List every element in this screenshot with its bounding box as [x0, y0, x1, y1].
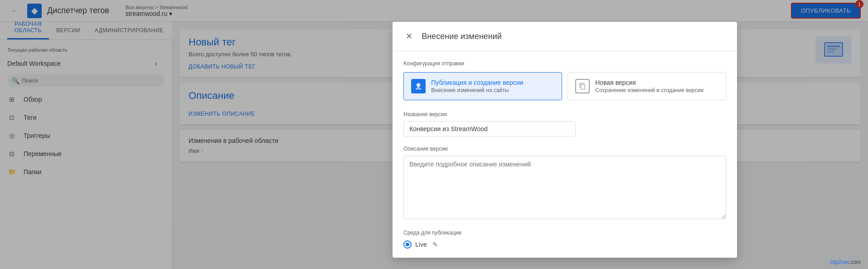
env-value: Live [415, 241, 427, 248]
version-name-label: Название версии [403, 111, 726, 117]
publish-option-sublabel: Внесение изменений на сайты [431, 87, 523, 93]
version-option-icon [575, 79, 590, 93]
version-desc-group: Описание версии [403, 146, 726, 220]
modal-body: Конфигурация отправки Публикация и созда… [393, 51, 737, 258]
version-option-label: Новая версия [595, 79, 703, 86]
modal-close-button[interactable]: ✕ [402, 29, 416, 44]
version-name-input[interactable] [403, 121, 576, 137]
publish-option-text: Публикация и создание версии Внесение из… [431, 79, 523, 93]
version-desc-label: Описание версии [403, 146, 726, 152]
copy-icon [579, 83, 586, 90]
version-option-text: Новая версия Сохранение изменений и созд… [595, 79, 703, 93]
content-area: Новый тег Всего доступно более 50 типов … [172, 22, 868, 269]
watermark: clip2net.com [830, 259, 861, 265]
version-name-group: Название версии [403, 111, 726, 137]
modal-overlay: ✕ Внесение изменений Конфигурация отправ… [172, 22, 868, 269]
env-edit-icon[interactable]: ✎ [432, 241, 438, 248]
publish-option-label: Публикация и создание версии [431, 79, 523, 86]
version-desc-textarea[interactable] [403, 156, 726, 219]
close-icon: ✕ [406, 31, 412, 41]
env-item: Live ✎ [403, 240, 726, 249]
config-option-version[interactable]: Новая версия Сохранение изменений и созд… [567, 72, 726, 100]
config-options: Публикация и создание версии Внесение из… [403, 72, 726, 100]
config-option-publish[interactable]: Публикация и создание версии Внесение из… [403, 72, 562, 100]
publish-option-icon [411, 79, 426, 93]
config-label: Конфигурация отправки [403, 60, 726, 67]
watermark-text: clip2net.com [830, 259, 861, 265]
upload-icon [414, 82, 423, 91]
env-section: Среда для публикации Live ✎ [403, 230, 726, 249]
modal-dialog: ✕ Внесение изменений Конфигурация отправ… [393, 22, 737, 258]
modal-title: Внесение изменений [422, 32, 502, 41]
env-radio-inner [406, 243, 409, 246]
env-radio[interactable] [403, 240, 412, 249]
modal-header: ✕ Внесение изменений [393, 22, 737, 51]
version-option-sublabel: Сохранение изменений и создание версии [595, 87, 703, 93]
env-label: Среда для публикации [403, 230, 726, 236]
